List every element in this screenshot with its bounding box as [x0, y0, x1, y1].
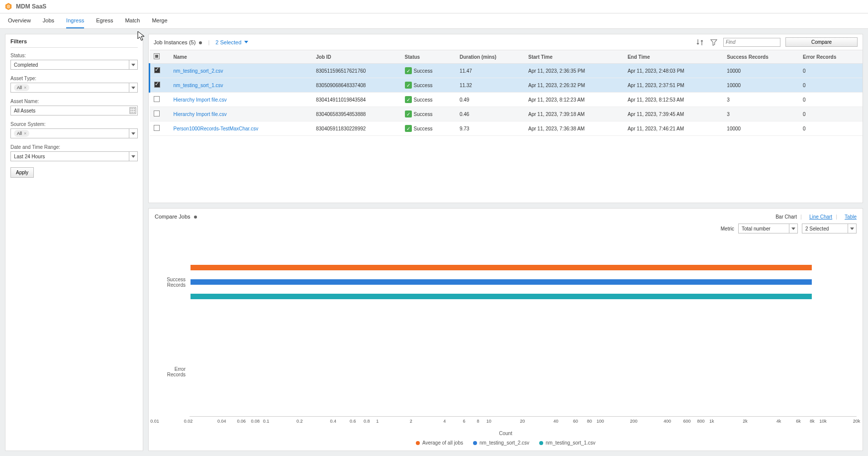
x-tick: 20: [520, 419, 525, 424]
source-system-label: Source System:: [10, 121, 138, 127]
col-duration[interactable]: Duration (mins): [456, 50, 524, 64]
job-name-link[interactable]: Person1000Records-TestMaxChar.csv: [174, 126, 259, 131]
source-system-select[interactable]: All×: [10, 128, 138, 138]
success-records-cell: 3: [723, 93, 799, 107]
x-tick: 4k: [776, 419, 781, 424]
svg-rect-1: [131, 109, 132, 110]
apply-button[interactable]: Apply: [10, 167, 34, 178]
chip-remove-icon: ×: [24, 131, 26, 136]
app-logo-icon: [5, 3, 12, 10]
x-tick: 8k: [810, 419, 815, 424]
x-tick: 10: [486, 419, 491, 424]
tab-ingress[interactable]: Ingress: [66, 13, 84, 28]
success-icon: ✓: [405, 125, 412, 132]
success-icon: ✓: [405, 111, 412, 117]
asset-type-chip: All×: [14, 84, 29, 91]
end-time-cell: Apr 11, 2023, 7:46:21 AM: [624, 121, 723, 136]
asset-type-select[interactable]: All×: [10, 83, 138, 93]
view-line-chart[interactable]: Line Chart: [809, 214, 832, 220]
table-row[interactable]: Hierarchy Import file.csv 83041491101984…: [150, 93, 863, 107]
view-bar-chart[interactable]: Bar Chart: [775, 214, 797, 220]
tab-egress[interactable]: Egress: [96, 13, 113, 28]
metric-select[interactable]: Total number: [738, 224, 798, 233]
x-tick: 6: [463, 419, 466, 424]
x-tick: 0.2: [296, 419, 303, 424]
tab-overview[interactable]: Overview: [8, 13, 31, 28]
date-range-select[interactable]: Last 24 Hours: [10, 151, 138, 161]
tab-jobs[interactable]: Jobs: [43, 13, 54, 28]
sort-icon[interactable]: [695, 38, 704, 47]
col-error[interactable]: Error Records: [799, 50, 863, 64]
row-checkbox[interactable]: [154, 96, 160, 102]
success-icon: ✓: [405, 67, 412, 74]
status-select[interactable]: Completed: [10, 60, 138, 70]
col-success[interactable]: Success Records: [723, 50, 799, 64]
duration-cell: 0.46: [456, 107, 524, 121]
col-end[interactable]: End Time: [624, 50, 723, 64]
x-tick: 20k: [853, 419, 861, 424]
error-records-cell: 0: [799, 93, 863, 107]
tab-match[interactable]: Match: [125, 13, 140, 28]
success-icon: ✓: [405, 96, 412, 103]
job-name-link[interactable]: Hierarchy Import file.csv: [174, 112, 227, 117]
chevron-down-icon: [244, 41, 248, 43]
job-name-link[interactable]: Hierarchy Import file.csv: [174, 97, 227, 103]
series-select[interactable]: 2 Selected: [802, 224, 857, 233]
select-all-checkbox[interactable]: [154, 53, 160, 59]
filters-panel: Filters Status: Completed Asset Type: Al…: [5, 34, 143, 451]
legend-item: nm_testing_sort_2.csv: [473, 440, 529, 446]
job-id-cell: 830511596517621760: [312, 64, 400, 78]
duration-cell: 11.32: [456, 78, 524, 93]
row-checkbox[interactable]: [154, 67, 160, 73]
job-name-link[interactable]: nm_testing_sort_1.csv: [174, 83, 223, 88]
bar-chart: Success Records Error Records: [155, 237, 857, 446]
compare-button[interactable]: Compare: [785, 37, 858, 47]
x-tick: 2k: [743, 419, 748, 424]
job-instances-title: Job Instances (5): [154, 39, 202, 45]
asset-name-value: All Assets: [14, 108, 35, 114]
x-axis-title: Count: [155, 431, 857, 436]
filter-icon[interactable]: [709, 38, 718, 47]
x-tick: 1k: [709, 419, 714, 424]
col-job-id[interactable]: Job ID: [312, 50, 400, 64]
status-cell: ✓Success: [405, 111, 433, 117]
error-records-cell: 0: [799, 64, 863, 78]
start-time-cell: Apr 11, 2023, 2:26:32 PM: [524, 78, 624, 93]
job-name-link[interactable]: nm_testing_sort_2.csv: [174, 68, 223, 74]
row-checkbox[interactable]: [154, 111, 160, 116]
selected-count[interactable]: 2 Selected: [215, 39, 248, 45]
end-time-cell: Apr 11, 2023, 2:48:03 PM: [624, 64, 723, 78]
legend-item: nm_testing_sort_1.csv: [539, 440, 595, 446]
bar-avg-success: [191, 265, 812, 270]
x-tick: 100: [596, 419, 604, 424]
x-tick: 0.06: [237, 419, 246, 424]
x-tick: 600: [683, 419, 690, 424]
end-time-cell: Apr 11, 2023, 7:39:45 AM: [624, 107, 723, 121]
asset-name-select[interactable]: All Assets: [10, 106, 138, 115]
row-checkbox[interactable]: [154, 125, 160, 131]
duration-cell: 11.47: [456, 64, 524, 78]
compare-jobs-panel: Compare Jobs Bar Chart | Line Chart | Ta…: [148, 208, 863, 451]
view-table[interactable]: Table: [845, 214, 857, 220]
end-time-cell: Apr 11, 2023, 2:37:51 PM: [624, 78, 723, 93]
x-tick: 800: [697, 419, 704, 424]
nav-tabs: Overview Jobs Ingress Egress Match Merge: [0, 13, 868, 29]
x-tick: 0.4: [330, 419, 336, 424]
asset-type-label: Asset Type:: [10, 76, 138, 81]
status-value: Completed: [14, 62, 38, 68]
table-row[interactable]: Hierarchy Import file.csv 83040658395485…: [150, 107, 863, 121]
status-cell: ✓Success: [405, 67, 433, 74]
metric-label: Metric: [721, 226, 734, 231]
col-status[interactable]: Status: [401, 50, 456, 64]
tab-merge[interactable]: Merge: [152, 13, 167, 28]
job-id-cell: 830414911019843584: [312, 93, 400, 107]
row-checkbox[interactable]: [154, 82, 160, 88]
browse-icon[interactable]: [129, 107, 136, 115]
table-row[interactable]: Person1000Records-TestMaxChar.csv 830405…: [150, 121, 863, 136]
table-row[interactable]: nm_testing_sort_1.csv 830509068648337408…: [150, 78, 863, 93]
col-start[interactable]: Start Time: [524, 50, 624, 64]
chevron-down-icon: [129, 60, 137, 69]
find-input[interactable]: [723, 38, 780, 47]
table-row[interactable]: nm_testing_sort_2.csv 830511596517621760…: [150, 64, 863, 78]
col-name[interactable]: Name: [170, 50, 312, 64]
